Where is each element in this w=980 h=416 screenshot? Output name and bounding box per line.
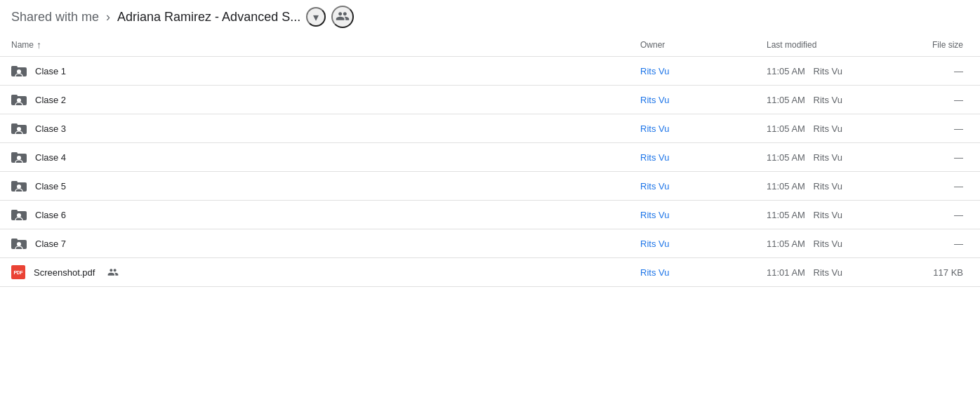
modified-by: Rits Vu: [814, 239, 842, 249]
owner-link[interactable]: Rits Vu: [640, 123, 669, 134]
svg-point-5: [17, 98, 21, 102]
table-row[interactable]: Clase 7 Rits Vu 11:05 AM Rits Vu —: [0, 229, 980, 258]
people-icon: [336, 9, 350, 25]
table-header-row: Name ↑ Owner Last modified File size: [0, 34, 980, 57]
size-cell: 117 KB: [910, 258, 980, 287]
modified-time: 11:05 AM: [767, 123, 805, 134]
svg-point-17: [17, 213, 21, 217]
owner-cell: Rits Vu: [629, 229, 755, 258]
modified-by: Rits Vu: [814, 181, 842, 192]
owner-cell: Rits Vu: [629, 86, 755, 114]
file-size-value: —: [954, 181, 963, 192]
breadcrumb-current: Adriana Ramirez - Advanced S...: [117, 10, 300, 25]
table-row[interactable]: Clase 4 Rits Vu 11:05 AM Rits Vu —: [0, 143, 980, 172]
svg-rect-1: [11, 66, 18, 69]
owner-cell: Rits Vu: [629, 258, 755, 287]
modified-cell: 11:01 AM Rits Vu: [755, 258, 910, 287]
owner-cell: Rits Vu: [629, 143, 755, 172]
name-column-label: Name: [11, 40, 34, 50]
modified-by: Rits Vu: [814, 267, 842, 278]
owner-cell: Rits Vu: [629, 57, 755, 86]
modified-time: 11:05 AM: [767, 152, 805, 163]
file-name-cell: Clase 3: [0, 114, 629, 143]
file-size-value: —: [954, 95, 963, 105]
file-name-cell: Clase 1: [0, 57, 629, 86]
file-name-cell: PDF Screenshot.pdf: [0, 258, 629, 287]
size-cell: —: [910, 201, 980, 229]
size-column-header[interactable]: File size: [910, 34, 980, 57]
table-row[interactable]: Clase 1 Rits Vu 11:05 AM Rits Vu —: [0, 57, 980, 86]
file-name-cell: Clase 4: [0, 143, 629, 172]
modified-cell: 11:05 AM Rits Vu: [755, 57, 910, 86]
modified-time: 11:05 AM: [767, 239, 805, 249]
owner-link[interactable]: Rits Vu: [640, 66, 669, 76]
folder-shared-icon: [11, 208, 27, 222]
modified-time: 11:05 AM: [767, 66, 805, 76]
svg-rect-19: [11, 239, 18, 241]
file-size-value: —: [954, 123, 963, 134]
file-name-text: Clase 4: [35, 152, 66, 163]
file-name-text: Clase 1: [35, 66, 66, 76]
chevron-down-icon: ▾: [313, 11, 319, 24]
folder-shared-icon: [11, 150, 27, 164]
svg-rect-16: [11, 210, 18, 213]
file-name-cell: Clase 5: [0, 172, 629, 201]
size-cell: —: [910, 143, 980, 172]
breadcrumb-dropdown-button[interactable]: ▾: [306, 7, 326, 27]
name-column-header[interactable]: Name ↑: [0, 34, 629, 57]
modified-time: 11:05 AM: [767, 95, 805, 105]
owner-column-header[interactable]: Owner: [629, 34, 755, 57]
folder-shared-icon: [11, 236, 27, 250]
table-row[interactable]: Clase 6 Rits Vu 11:05 AM Rits Vu —: [0, 201, 980, 229]
modified-time: 11:05 AM: [767, 181, 805, 192]
file-name-text: Screenshot.pdf: [34, 267, 95, 278]
modified-cell: 11:05 AM Rits Vu: [755, 114, 910, 143]
svg-point-8: [17, 127, 21, 131]
owner-link[interactable]: Rits Vu: [640, 152, 669, 163]
size-cell: —: [910, 114, 980, 143]
size-cell: —: [910, 57, 980, 86]
file-name-text: Clase 3: [35, 123, 66, 134]
modified-cell: 11:05 AM Rits Vu: [755, 86, 910, 114]
file-name-text: Clase 6: [35, 210, 66, 220]
modified-by: Rits Vu: [814, 152, 842, 163]
breadcrumb-bar: Shared with me › Adriana Ramirez - Advan…: [0, 0, 980, 34]
svg-rect-4: [11, 95, 18, 98]
file-name-cell: Clase 2: [0, 86, 629, 114]
owner-cell: Rits Vu: [629, 201, 755, 229]
modified-cell: 11:05 AM Rits Vu: [755, 229, 910, 258]
file-name-cell: Clase 6: [0, 201, 629, 229]
breadcrumb-separator: ›: [106, 10, 110, 25]
file-size-value: 117 KB: [933, 267, 963, 278]
size-cell: —: [910, 86, 980, 114]
owner-link[interactable]: Rits Vu: [640, 181, 669, 192]
owner-link[interactable]: Rits Vu: [640, 95, 669, 105]
file-size-value: —: [954, 210, 963, 220]
breadcrumb-parent[interactable]: Shared with me: [11, 10, 99, 25]
modified-cell: 11:05 AM Rits Vu: [755, 143, 910, 172]
table-row[interactable]: Clase 2 Rits Vu 11:05 AM Rits Vu —: [0, 86, 980, 114]
owner-link[interactable]: Rits Vu: [640, 210, 669, 220]
folder-shared-icon: [11, 121, 27, 135]
table-row[interactable]: Clase 3 Rits Vu 11:05 AM Rits Vu —: [0, 114, 980, 143]
modified-by: Rits Vu: [814, 95, 842, 105]
file-name-cell: Clase 7: [0, 229, 629, 258]
sort-up-icon: ↑: [37, 39, 41, 51]
folder-shared-icon: [11, 93, 27, 107]
folder-shared-icon: [11, 64, 27, 78]
breadcrumb-people-button[interactable]: [331, 6, 354, 28]
modified-column-header[interactable]: Last modified: [755, 34, 910, 57]
file-size-value: —: [954, 239, 963, 249]
owner-link[interactable]: Rits Vu: [640, 239, 669, 249]
pdf-icon: PDF: [11, 265, 25, 279]
svg-point-14: [17, 184, 21, 189]
table-row[interactable]: PDF Screenshot.pdf Rits Vu 11:01 AM Rits…: [0, 258, 980, 287]
modified-time: 11:01 AM: [767, 267, 805, 278]
modified-time: 11:05 AM: [767, 210, 805, 220]
modified-cell: 11:05 AM Rits Vu: [755, 172, 910, 201]
file-table: Name ↑ Owner Last modified File size Cla…: [0, 34, 980, 287]
owner-cell: Rits Vu: [629, 114, 755, 143]
table-row[interactable]: Clase 5 Rits Vu 11:05 AM Rits Vu —: [0, 172, 980, 201]
svg-point-11: [17, 156, 21, 160]
owner-link[interactable]: Rits Vu: [640, 267, 669, 278]
